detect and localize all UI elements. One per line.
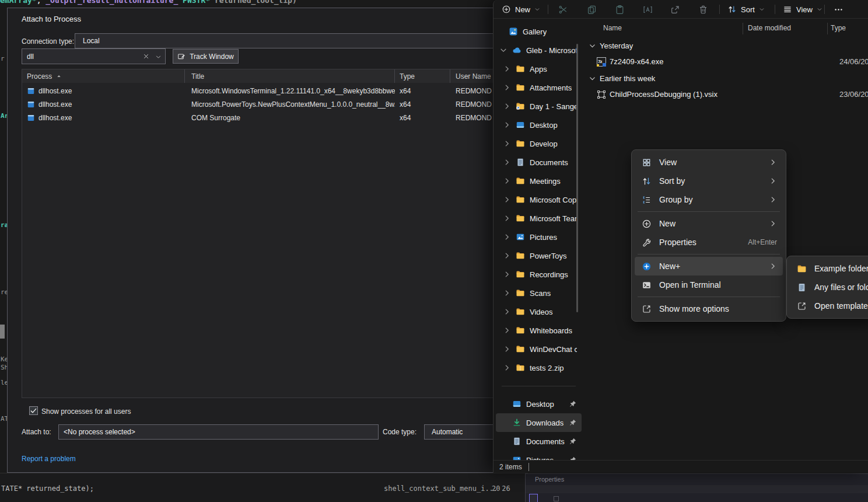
folder-icon: [516, 195, 525, 204]
sidebar-item-desktop[interactable]: Desktop: [496, 116, 582, 134]
share-button[interactable]: [667, 2, 682, 16]
process-row[interactable]: dllhost.exe Microsoft.PowerToys.NewPlusC…: [22, 97, 496, 111]
column-header-type[interactable]: Type: [395, 69, 450, 83]
column-header-title[interactable]: Title: [185, 69, 395, 83]
sidebar-item-documents[interactable]: Documents: [496, 153, 582, 172]
chevron-right-icon[interactable]: [503, 364, 511, 372]
menu-item-open-in-terminal[interactable]: Open in Terminal: [635, 276, 783, 294]
view-button[interactable]: View: [779, 2, 826, 17]
clear-filter-icon[interactable]: [142, 53, 150, 60]
sidebar-item-meetings[interactable]: Meetings: [496, 172, 582, 190]
column-header-process[interactable]: Process: [22, 69, 185, 83]
editor-scroll-marker: [0, 325, 5, 339]
sidebar-item-attachments[interactable]: Attachments: [496, 78, 582, 97]
sidebar-item-gallery[interactable]: Gallery: [496, 22, 582, 41]
chevron-down-icon[interactable]: [589, 75, 596, 82]
menu-item-show-more-options[interactable]: Show more options: [635, 299, 783, 318]
report-problem-link[interactable]: Report a problem: [22, 455, 76, 463]
chevron-right-icon[interactable]: [503, 214, 511, 222]
filter-dropdown-icon[interactable]: [155, 54, 162, 60]
show-all-users-checkbox[interactable]: [29, 406, 38, 415]
properties-selected-item[interactable]: [529, 494, 538, 502]
menu-item-new-plus[interactable]: New+: [635, 257, 783, 276]
chevron-right-icon[interactable]: [503, 177, 511, 185]
more-options-button[interactable]: [831, 2, 846, 16]
file-row-vsix[interactable]: ChildProcessDebugging (1).vsix 23/06/202…: [584, 86, 868, 103]
desktop-icon: [516, 120, 525, 130]
paste-button[interactable]: [612, 2, 627, 16]
process-filter-input[interactable]: [27, 50, 138, 63]
chevron-right-icon[interactable]: [503, 270, 511, 278]
code-type-combo[interactable]: Automatic: [424, 424, 497, 440]
sidebar-scrollbar[interactable]: [576, 44, 578, 312]
sidebar-item-apps[interactable]: Apps: [496, 60, 582, 78]
sidebar-pinned-desktop[interactable]: Desktop: [496, 395, 582, 413]
connection-type-combo[interactable]: Local: [75, 33, 497, 48]
sort-button[interactable]: Sort: [724, 2, 768, 17]
attach-to-process-dialog: Attach to Process Connection type: Local…: [7, 8, 497, 473]
sidebar-item-scans[interactable]: Scans: [496, 284, 582, 302]
folder-icon: [516, 251, 525, 260]
sidebar-item-recordings[interactable]: Recordings: [496, 265, 582, 284]
submenu-item-any-files[interactable]: Any files or folde: [790, 278, 868, 297]
menu-item-group-by[interactable]: Group by: [635, 190, 783, 209]
sidebar-item-windevchat[interactable]: WinDevChat c: [496, 340, 582, 358]
sidebar-item-microsoft-copilot[interactable]: Microsoft Cop: [496, 190, 582, 209]
sidebar-item-pictures[interactable]: Pictures: [496, 228, 582, 246]
sidebar-item-onedrive[interactable]: Gleb - Microsof: [496, 41, 582, 60]
menu-item-view[interactable]: View: [635, 153, 783, 172]
sidebar-item-tests-zip[interactable]: tests 2.zip: [496, 358, 582, 377]
sidebar-item-develop[interactable]: Develop: [496, 134, 582, 153]
column-name[interactable]: Name: [603, 24, 622, 32]
track-window-button[interactable]: Track Window: [173, 49, 239, 64]
chevron-right-icon[interactable]: [503, 102, 511, 110]
submenu-item-open-templates[interactable]: Open templates: [790, 297, 868, 315]
menu-item-sort-by[interactable]: Sort by: [635, 172, 783, 190]
process-row[interactable]: dllhost.exe COM Surrogate x64 REDMOND: [22, 111, 496, 124]
submenu-item-example-folder[interactable]: Example folder: [790, 259, 868, 278]
plus-circle-icon: [642, 219, 652, 229]
attach-to-input[interactable]: [58, 424, 379, 440]
group-header-earlier-this-week[interactable]: Earlier this week: [584, 70, 868, 86]
app-window-icon: [27, 100, 35, 109]
cut-button[interactable]: [555, 2, 570, 16]
column-type[interactable]: Type: [831, 24, 846, 32]
delete-button[interactable]: [695, 2, 710, 16]
new-button[interactable]: New: [498, 2, 544, 17]
menu-item-new[interactable]: New: [635, 214, 783, 233]
chevron-right-icon[interactable]: [503, 326, 511, 334]
chevron-right-icon[interactable]: [503, 196, 511, 204]
chevron-right-icon[interactable]: [503, 308, 511, 316]
chevron-right-icon[interactable]: [503, 83, 511, 92]
column-divider[interactable]: [827, 23, 828, 34]
menu-item-properties[interactable]: Properties Alt+Enter: [635, 233, 783, 252]
sidebar-pinned-documents[interactable]: Documents: [496, 432, 582, 451]
sidebar-item-whiteboards[interactable]: Whiteboards: [496, 321, 582, 340]
copy-button[interactable]: [584, 2, 599, 16]
sidebar-pinned-pictures[interactable]: Pictures: [496, 451, 582, 460]
sidebar-item-powertoys[interactable]: PowerToys: [496, 246, 582, 265]
column-date-modified[interactable]: Date modified: [748, 24, 791, 32]
chevron-right-icon[interactable]: [503, 140, 511, 148]
chevron-right-icon[interactable]: [503, 233, 511, 241]
process-row[interactable]: dllhost.exe Microsoft.WindowsTerminal_1.…: [22, 84, 496, 97]
column-divider[interactable]: [743, 23, 743, 34]
file-row-7z2409[interactable]: 7z 7z2409-x64.exe 24/06/2025 17:12 Appli…: [584, 54, 868, 70]
chevron-right-icon[interactable]: [503, 252, 511, 260]
chevron-right-icon[interactable]: [503, 289, 511, 297]
sidebar-item-videos[interactable]: Videos: [496, 302, 582, 321]
group-header-yesterday[interactable]: Yesterday: [584, 37, 868, 54]
sidebar-item-microsoft-teams[interactable]: Microsoft Tear: [496, 209, 582, 228]
column-header-user[interactable]: User Name: [450, 69, 496, 83]
chevron-down-icon[interactable]: [589, 42, 596, 50]
folder-shortcut-icon: [516, 102, 525, 111]
sidebar-item-day1[interactable]: Day 1 - Sangee: [496, 97, 582, 116]
sidebar-pinned-downloads[interactable]: Downloads: [496, 413, 582, 432]
chevron-right-icon[interactable]: [503, 65, 511, 73]
chevron-down-icon[interactable]: [499, 46, 508, 54]
chevron-right-icon[interactable]: [503, 121, 511, 129]
chevron-right-icon[interactable]: [503, 158, 511, 166]
chevron-right-icon[interactable]: [503, 345, 511, 353]
rename-button[interactable]: [640, 2, 655, 16]
process-filter-box[interactable]: [22, 48, 166, 64]
